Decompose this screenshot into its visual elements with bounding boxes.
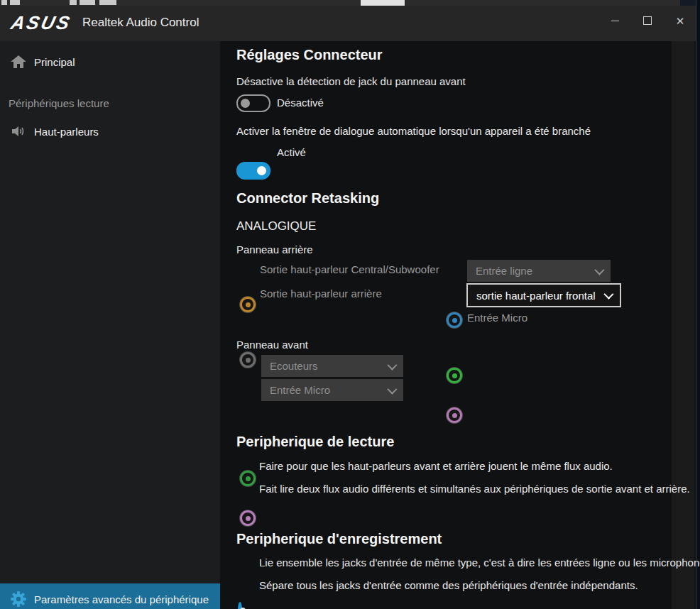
section-heading-recording-device: Peripherique d'enregistrement bbox=[236, 531, 442, 547]
sidebar-item-label: Haut-parleurs bbox=[34, 126, 99, 138]
analog-subheading: ANALOGIQUE bbox=[236, 219, 316, 234]
background-window-text-fragment bbox=[99, 0, 116, 5]
scrollbar-track[interactable] bbox=[672, 41, 694, 609]
radio-label: Fait lire deux flux audio différents et … bbox=[259, 483, 690, 495]
background-window-text-fragment bbox=[10, 0, 20, 5]
sidebar-item-advanced-device-settings[interactable]: Paramètres avancés du périphérique bbox=[0, 583, 220, 609]
sidebar-item-label: Paramètres avancés du périphérique bbox=[34, 593, 209, 605]
toggle-knob bbox=[241, 99, 250, 108]
section-heading-connector-retasking: Connector Retasking bbox=[236, 190, 379, 207]
background-window-text-fragment bbox=[70, 0, 77, 5]
radio-label: Sépare tous les jacks d'entrée comme des… bbox=[259, 579, 638, 591]
headphones-dropdown[interactable]: Ecouteurs bbox=[261, 355, 403, 377]
radio-label: Lie ensemble les jacks d'entrée de même … bbox=[259, 556, 700, 569]
gear-icon bbox=[11, 591, 26, 607]
maximize-button[interactable] bbox=[631, 6, 664, 35]
titlebar: ASUS Realtek Audio Control ✕ bbox=[0, 6, 696, 41]
front-mic-dropdown[interactable]: Entrée Micro bbox=[261, 379, 403, 401]
jack-icon-center-subwoofer bbox=[240, 297, 256, 312]
dropdown-value: Entrée ligne bbox=[476, 265, 532, 277]
background-window-tab bbox=[361, 0, 405, 6]
window-right-edge bbox=[696, 0, 700, 609]
jack-detection-toggle[interactable] bbox=[236, 94, 270, 112]
sidebar-item-principal[interactable]: Principal bbox=[0, 51, 220, 72]
jack-icon-front-mic bbox=[240, 510, 256, 526]
background-window-sliver bbox=[0, 0, 700, 6]
rear-jack-label: Sortie haut-parleur arrière bbox=[260, 287, 382, 300]
rear-panel-label: Panneau arrière bbox=[236, 243, 313, 256]
app-title: Realtek Audio Control bbox=[82, 16, 199, 30]
popup-dialog-state: Activé bbox=[277, 146, 306, 158]
speaker-icon bbox=[11, 125, 26, 138]
section-heading-playback-device: Peripherique de lecture bbox=[236, 434, 394, 450]
popup-dialog-label: Activer la fenêtre de dialogue automatiq… bbox=[236, 125, 591, 137]
mic-in-label: Entrée Micro bbox=[467, 312, 527, 324]
sidebar-section-playback-devices: Périphériques lecture bbox=[9, 97, 109, 109]
jack-icon-mic-in bbox=[447, 407, 462, 423]
jack-icon-headphones bbox=[240, 471, 256, 486]
sidebar: Principal Périphériques lecture Haut-par… bbox=[0, 41, 220, 609]
asus-logo: ASUS bbox=[9, 12, 74, 34]
dropdown-value: Ecouteurs bbox=[270, 360, 318, 372]
popup-dialog-toggle[interactable] bbox=[236, 162, 270, 180]
close-button[interactable]: ✕ bbox=[664, 6, 696, 35]
chevron-down-icon bbox=[387, 360, 397, 370]
line-in-dropdown[interactable]: Entrée ligne bbox=[467, 260, 611, 282]
background-window-text-fragment bbox=[80, 0, 95, 5]
section-heading-connector-settings: Réglages Connecteur bbox=[236, 47, 383, 63]
maximize-icon bbox=[643, 16, 652, 25]
jack-detection-state: Désactivé bbox=[277, 97, 324, 109]
chevron-down-icon bbox=[603, 290, 613, 300]
radio-label: Faire pour que les haut-parleurs avant e… bbox=[259, 460, 613, 472]
minimize-button[interactable] bbox=[598, 6, 631, 35]
toggle-knob bbox=[257, 166, 266, 175]
home-icon bbox=[11, 55, 26, 68]
jack-icon-line-in bbox=[447, 312, 462, 328]
front-speaker-out-dropdown[interactable]: sortie haut-parleur frontal bbox=[466, 283, 621, 307]
dropdown-value: sortie haut-parleur frontal bbox=[476, 290, 596, 302]
rear-jack-label: Sortie haut-parleur Central/Subwoofer bbox=[260, 263, 439, 275]
jack-icon-front-speaker-out bbox=[447, 368, 462, 383]
chevron-down-icon bbox=[387, 384, 397, 394]
background-window-text-fragment bbox=[1, 0, 7, 5]
minimize-icon bbox=[611, 21, 619, 21]
realtek-audio-control-window: ASUS Realtek Audio Control ✕ Principal P… bbox=[0, 0, 700, 609]
chevron-down-icon bbox=[594, 265, 604, 275]
close-icon: ✕ bbox=[676, 16, 685, 26]
sidebar-item-label: Principal bbox=[34, 56, 75, 68]
dropdown-value: Entrée Micro bbox=[270, 384, 330, 396]
jack-icon-rear-speaker bbox=[240, 352, 256, 368]
front-panel-label: Panneau avant bbox=[236, 339, 308, 351]
jack-detection-label: Désactive la détection de jack du pannea… bbox=[236, 75, 466, 87]
sidebar-item-speakers[interactable]: Haut-parleurs bbox=[0, 121, 220, 142]
